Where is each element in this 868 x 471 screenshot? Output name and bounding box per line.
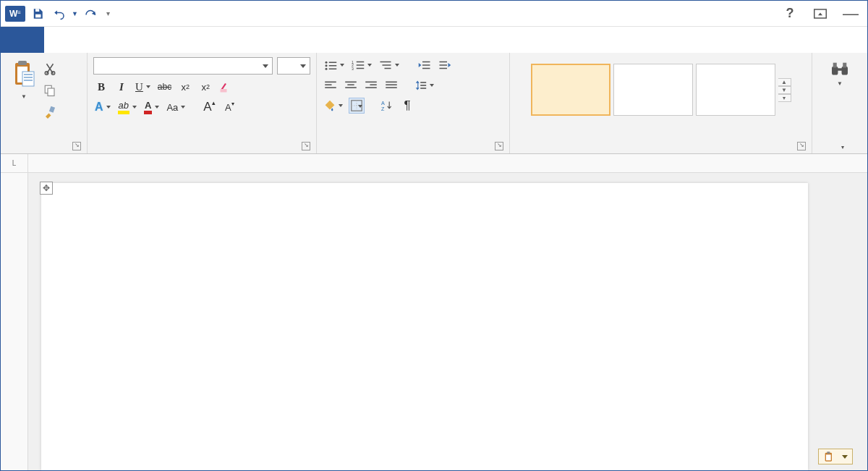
style-normal[interactable] (531, 64, 610, 116)
svg-point-17 (326, 68, 328, 70)
show-paragraph-marks-button[interactable]: ¶ (399, 98, 415, 114)
svg-rect-32 (440, 64, 448, 66)
styles-gallery-scroll[interactable]: ▲ ▼ ▾ (778, 78, 791, 102)
font-color-button[interactable]: A (142, 99, 161, 115)
gallery-up-icon[interactable]: ▲ (778, 78, 791, 86)
ribbon-tabs (1, 27, 867, 53)
horizontal-ruler[interactable] (28, 154, 867, 172)
grow-font-button[interactable]: A▴ (201, 99, 217, 115)
shrink-font-button[interactable]: A▾ (221, 99, 237, 115)
numbering-button[interactable]: 123 (350, 57, 373, 73)
redo-button[interactable] (81, 4, 100, 23)
style-heading1[interactable] (696, 64, 775, 116)
svg-rect-57 (837, 68, 843, 70)
find-button[interactable] (829, 61, 851, 77)
group-paragraph: 123 (317, 53, 510, 153)
format-painter-button[interactable] (43, 105, 57, 119)
svg-rect-34 (325, 82, 336, 83)
svg-rect-30 (422, 68, 430, 69)
svg-rect-45 (386, 87, 397, 88)
svg-rect-48 (420, 85, 426, 86)
group-clipboard: ▼ ↘ (1, 53, 88, 153)
bold-button[interactable]: B (93, 79, 109, 95)
document-area[interactable]: ✥ (1, 173, 867, 470)
undo-button[interactable] (50, 4, 69, 23)
svg-rect-58 (833, 63, 837, 68)
clipboard-launcher[interactable]: ↘ (72, 142, 81, 150)
svg-point-13 (326, 61, 328, 64)
svg-rect-61 (827, 451, 830, 454)
align-center-button[interactable] (343, 77, 359, 93)
svg-rect-18 (329, 69, 337, 70)
binoculars-icon (830, 61, 849, 77)
ribbon: ▼ ↘ (1, 53, 867, 154)
svg-rect-20 (357, 61, 365, 63)
tab-file[interactable] (1, 27, 44, 53)
svg-rect-47 (420, 82, 426, 83)
highlight-button[interactable]: ab (116, 99, 138, 115)
svg-rect-10 (48, 88, 54, 96)
svg-point-15 (326, 64, 328, 67)
clear-formatting-button[interactable] (218, 79, 234, 95)
svg-rect-29 (422, 64, 430, 66)
cut-button[interactable] (43, 61, 57, 76)
borders-button[interactable] (349, 98, 365, 114)
minimize-button[interactable]: — (841, 4, 860, 23)
superscript-button[interactable]: x2 (197, 79, 213, 95)
change-case-button[interactable]: Aa (165, 99, 187, 115)
increase-indent-button[interactable] (437, 57, 453, 73)
paragraph-launcher[interactable]: ↘ (495, 142, 503, 150)
underline-button[interactable]: U (134, 79, 152, 95)
font-size-combo[interactable] (277, 57, 310, 75)
svg-rect-26 (383, 64, 391, 66)
svg-rect-1 (35, 14, 41, 17)
page[interactable]: ✥ (41, 183, 808, 470)
font-name-combo[interactable] (93, 57, 273, 75)
svg-rect-40 (365, 82, 377, 83)
align-left-button[interactable] (323, 77, 339, 93)
decrease-indent-button[interactable] (417, 57, 433, 73)
table-move-handle[interactable]: ✥ (40, 182, 53, 195)
group-styles: ▲ ▼ ▾ ↘ (510, 53, 812, 153)
line-spacing-button[interactable] (414, 77, 435, 93)
paste-options-popup[interactable] (818, 449, 853, 464)
word-window: W≡ ▼ ▾ ? — (0, 0, 868, 471)
svg-rect-33 (440, 68, 448, 69)
svg-rect-62 (826, 454, 831, 460)
style-no-spacing[interactable] (613, 64, 693, 116)
shading-button[interactable] (323, 98, 344, 114)
svg-rect-35 (325, 84, 331, 85)
svg-rect-28 (422, 61, 430, 63)
undo-dropdown[interactable]: ▼ (72, 10, 78, 17)
justify-button[interactable] (383, 77, 399, 93)
multilevel-list-button[interactable] (378, 57, 401, 73)
save-button[interactable] (28, 4, 47, 23)
clipboard-small-icon (823, 451, 835, 462)
strikethrough-button[interactable]: abc (156, 79, 173, 95)
font-launcher[interactable]: ↘ (302, 142, 310, 150)
svg-rect-27 (385, 68, 391, 69)
group-editing: ▼ ▾ (812, 53, 867, 153)
svg-rect-24 (357, 68, 365, 69)
svg-rect-36 (325, 87, 336, 88)
styles-launcher[interactable]: ↘ (797, 142, 806, 150)
ruler-area: L (1, 154, 867, 173)
align-right-button[interactable] (363, 77, 379, 93)
svg-rect-14 (329, 62, 337, 64)
italic-button[interactable]: I (114, 79, 129, 95)
help-button[interactable]: ? (780, 4, 799, 23)
svg-rect-37 (345, 82, 357, 83)
copy-button[interactable] (43, 83, 57, 98)
gallery-more-icon[interactable]: ▾ (778, 94, 791, 102)
bullets-button[interactable] (323, 57, 346, 73)
svg-rect-22 (357, 64, 365, 66)
text-effects-button[interactable]: A (93, 99, 112, 115)
qat-customize-button[interactable]: ▾ (103, 4, 114, 23)
ribbon-display-options-button[interactable] (811, 4, 830, 23)
subscript-button[interactable]: x2 (177, 79, 193, 95)
group-font: B I U abc x2 x2 A ab (88, 53, 317, 153)
paste-button[interactable]: ▼ (7, 57, 41, 140)
sort-button[interactable]: AZ (379, 98, 395, 114)
gallery-down-icon[interactable]: ▼ (778, 86, 791, 94)
vertical-ruler[interactable] (1, 173, 28, 470)
